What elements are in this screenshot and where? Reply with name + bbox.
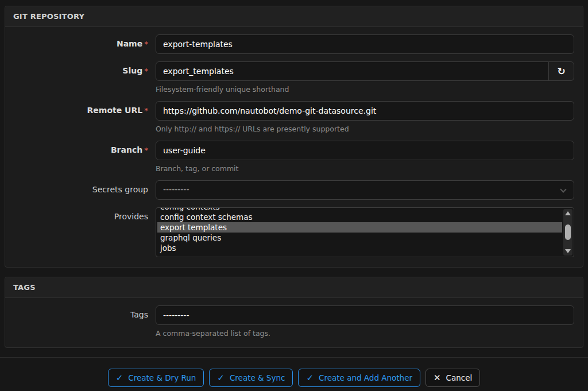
chevron-down-icon bbox=[560, 186, 566, 192]
branch-row: Branch* Branch, tag, or commit bbox=[14, 141, 574, 173]
list-item[interactable]: graphql queries bbox=[157, 233, 562, 243]
required-asterisk: * bbox=[144, 40, 148, 48]
remote-url-help-text: Only http:// and https:// URLs are prese… bbox=[156, 125, 574, 133]
branch-label: Branch* bbox=[14, 141, 156, 173]
scrollbar-thumb[interactable] bbox=[565, 224, 571, 240]
list-item-selected[interactable]: export templates bbox=[157, 222, 562, 233]
create-sync-button[interactable]: ✓ Create & Sync bbox=[209, 369, 293, 387]
create-add-another-label: Create and Add Another bbox=[319, 373, 412, 382]
slug-label: Slug* bbox=[14, 61, 156, 94]
provides-row: Provides config contexts config context … bbox=[14, 207, 574, 257]
create-dry-run-label: Create & Dry Run bbox=[128, 373, 196, 382]
regenerate-slug-button[interactable]: ↻ bbox=[548, 61, 574, 81]
branch-help-text: Branch, tag, or commit bbox=[156, 164, 574, 173]
name-label: Name* bbox=[14, 34, 156, 54]
list-item[interactable]: config context schemas bbox=[157, 212, 562, 222]
create-sync-label: Create & Sync bbox=[230, 373, 285, 382]
secrets-group-row: Secrets group --------- bbox=[14, 180, 574, 200]
provides-listbox[interactable]: config contexts config context schemas e… bbox=[156, 207, 574, 257]
page-content: GIT REPOSITORY Name* Slug* ↻ bbox=[0, 0, 588, 348]
remote-url-input[interactable] bbox=[156, 101, 574, 121]
slug-row: Slug* ↻ Filesystem-friendly unique short… bbox=[14, 61, 574, 94]
remote-url-row: Remote URL* Only http:// and https:// UR… bbox=[14, 101, 574, 133]
provides-label: Provides bbox=[14, 207, 156, 257]
git-repository-panel-body: Name* Slug* ↻ Filesystem-friendly unique… bbox=[5, 27, 583, 267]
required-asterisk: * bbox=[144, 106, 148, 115]
create-add-another-button[interactable]: ✓ Create and Add Another bbox=[298, 369, 420, 387]
tags-panel-title: TAGS bbox=[5, 277, 583, 298]
git-repository-panel: GIT REPOSITORY Name* Slug* ↻ bbox=[5, 6, 583, 268]
cancel-label: Cancel bbox=[446, 373, 473, 382]
slug-help-text: Filesystem-friendly unique shorthand bbox=[156, 85, 574, 94]
scroll-down-icon[interactable] bbox=[565, 249, 571, 253]
scroll-up-icon[interactable] bbox=[565, 211, 571, 215]
required-asterisk: * bbox=[144, 67, 148, 75]
check-icon: ✓ bbox=[116, 373, 123, 383]
provides-options: config contexts config context schemas e… bbox=[157, 207, 562, 253]
create-dry-run-button[interactable]: ✓ Create & Dry Run bbox=[108, 369, 204, 387]
slug-input[interactable] bbox=[156, 61, 549, 81]
secrets-group-label: Secrets group bbox=[14, 180, 156, 200]
secrets-group-selected-value: --------- bbox=[163, 185, 189, 194]
git-repository-panel-title: GIT REPOSITORY bbox=[5, 6, 583, 27]
close-icon: ✕ bbox=[434, 373, 441, 383]
footer-actions: ✓ Create & Dry Run ✓ Create & Sync ✓ Cre… bbox=[0, 358, 588, 387]
tags-label: Tags bbox=[14, 305, 156, 338]
provides-scrollbar[interactable] bbox=[563, 209, 572, 255]
tags-input[interactable] bbox=[156, 305, 574, 325]
list-item[interactable]: config contexts bbox=[157, 207, 562, 212]
name-row: Name* bbox=[14, 34, 574, 54]
branch-input[interactable] bbox=[156, 141, 574, 160]
name-input[interactable] bbox=[156, 34, 574, 54]
check-icon: ✓ bbox=[306, 373, 314, 383]
tags-panel-body: Tags A comma-separated list of tags. bbox=[5, 298, 583, 347]
cancel-button[interactable]: ✕ Cancel bbox=[425, 369, 480, 387]
remote-url-label: Remote URL* bbox=[14, 101, 156, 133]
tags-panel: TAGS Tags A comma-separated list of tags… bbox=[5, 277, 583, 348]
refresh-icon: ↻ bbox=[557, 65, 565, 77]
tags-help-text: A comma-separated list of tags. bbox=[156, 329, 574, 338]
secrets-group-select[interactable]: --------- bbox=[156, 180, 574, 200]
tags-row: Tags A comma-separated list of tags. bbox=[14, 305, 574, 338]
list-item[interactable]: jobs bbox=[157, 243, 562, 253]
slug-input-group: ↻ bbox=[156, 61, 574, 81]
required-asterisk: * bbox=[144, 146, 148, 154]
check-icon: ✓ bbox=[217, 373, 225, 383]
